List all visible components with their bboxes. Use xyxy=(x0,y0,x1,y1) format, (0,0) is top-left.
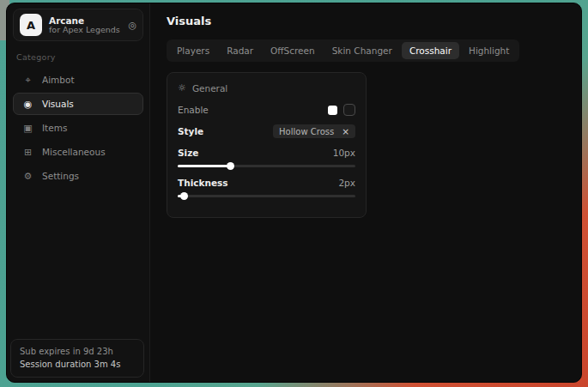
size-row: Size 10px xyxy=(178,148,355,158)
thickness-label: Thickness xyxy=(178,178,228,188)
clear-icon[interactable]: × xyxy=(342,126,349,136)
general-panel: ☼ General Enable Style Hollow Cross × xyxy=(167,72,367,218)
enable-row: Enable xyxy=(178,104,355,116)
enable-checkbox[interactable] xyxy=(343,104,355,116)
size-slider-fill xyxy=(178,165,231,167)
size-value: 10px xyxy=(333,148,355,158)
sidebar-item-label: Settings xyxy=(42,171,79,181)
page-title: Visuals xyxy=(167,15,581,27)
size-slider-thumb[interactable] xyxy=(227,162,234,170)
grid-icon: ⊞ xyxy=(22,147,33,158)
thickness-value: 2px xyxy=(338,178,355,188)
sub-expires-text: Sub expires in 9d 23h xyxy=(20,346,135,359)
target-icon[interactable]: ◎ xyxy=(128,20,136,31)
desktop-background: A Arcane for Apex Legends ◎ Category ⌖ A… xyxy=(0,0,588,387)
sidebar-item-label: Visuals xyxy=(42,99,74,109)
subscription-info: Sub expires in 9d 23h Session duration 3… xyxy=(10,339,144,378)
sidebar-item-label: Items xyxy=(42,123,67,133)
thickness-slider-fill xyxy=(178,195,185,197)
app-window: A Arcane for Apex Legends ◎ Category ⌖ A… xyxy=(6,3,582,383)
tab-players[interactable]: Players xyxy=(169,42,217,59)
sidebar-item-label: Miscellaneous xyxy=(42,147,106,157)
profile-titles: Arcane for Apex Legends xyxy=(49,15,121,35)
style-selected-value: Hollow Cross xyxy=(279,127,334,136)
tab-radar[interactable]: Radar xyxy=(219,42,261,59)
thickness-slider-thumb[interactable] xyxy=(180,192,188,200)
thickness-slider-track xyxy=(178,195,355,197)
thickness-slider[interactable] xyxy=(178,192,355,200)
sidebar-item-settings[interactable]: ⚙ Settings xyxy=(13,165,143,187)
app-subtitle: for Apex Legends xyxy=(49,26,121,35)
tab-bar: Players Radar OffScreen Skin Changer Cro… xyxy=(167,39,519,62)
tab-skin-changer[interactable]: Skin Changer xyxy=(324,42,400,59)
sidebar: A Arcane for Apex Legends ◎ Category ⌖ A… xyxy=(7,3,150,382)
eye-icon: ◉ xyxy=(22,99,33,110)
section-title: General xyxy=(192,83,227,94)
gear-icon: ⚙ xyxy=(22,171,33,182)
sidebar-item-items[interactable]: ▣ Items xyxy=(13,117,143,139)
app-logo-letter: A xyxy=(27,19,35,32)
crosshair-icon: ⌖ xyxy=(22,75,33,86)
main-content: Visuals Players Radar OffScreen Skin Cha… xyxy=(150,3,581,382)
tab-highlight[interactable]: Highlight xyxy=(461,42,517,59)
style-select[interactable]: Hollow Cross × xyxy=(273,124,355,138)
color-swatch[interactable] xyxy=(328,106,337,115)
thickness-row: Thickness 2px xyxy=(178,178,355,188)
general-panel-header: ☼ General xyxy=(178,82,355,94)
category-label: Category xyxy=(16,52,143,62)
tab-offscreen[interactable]: OffScreen xyxy=(263,42,323,59)
enable-controls xyxy=(328,104,355,116)
style-row: Style Hollow Cross × xyxy=(178,124,355,138)
tab-crosshair[interactable]: Crosshair xyxy=(402,42,459,59)
app-name: Arcane xyxy=(49,15,121,26)
profile-card[interactable]: A Arcane for Apex Legends ◎ xyxy=(13,9,143,41)
sidebar-nav: ⌖ Aimbot ◉ Visuals ▣ Items ⊞ Miscellaneo… xyxy=(13,69,143,187)
enable-label: Enable xyxy=(178,105,209,115)
app-logo: A xyxy=(20,14,42,36)
sidebar-item-visuals[interactable]: ◉ Visuals xyxy=(13,93,143,115)
size-label: Size xyxy=(178,148,198,158)
sidebar-item-label: Aimbot xyxy=(42,75,75,85)
sidebar-item-miscellaneous[interactable]: ⊞ Miscellaneous xyxy=(13,141,143,163)
sidebar-item-aimbot[interactable]: ⌖ Aimbot xyxy=(13,69,143,91)
session-duration-text: Session duration 3m 4s xyxy=(20,359,135,372)
sun-icon: ☼ xyxy=(178,82,186,94)
cube-icon: ▣ xyxy=(22,123,33,134)
size-slider[interactable] xyxy=(178,162,355,170)
style-label: Style xyxy=(178,126,203,136)
